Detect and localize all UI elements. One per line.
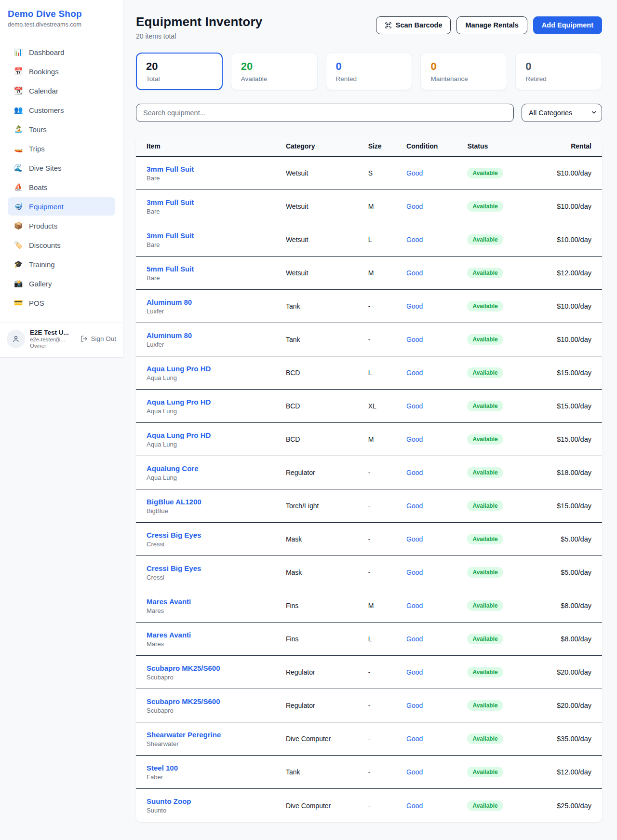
sidebar-item-dive-sites[interactable]: 🌊Dive Sites: [8, 159, 115, 177]
stat-label: Available: [241, 75, 308, 82]
condition-link[interactable]: Good: [406, 802, 423, 810]
condition-cell: Good: [406, 468, 467, 477]
sidebar-item-boats[interactable]: ⛵Boats: [8, 178, 115, 196]
item-name-link[interactable]: Aqua Lung Pro HD: [147, 431, 286, 439]
item-name-link[interactable]: Mares Avanti: [147, 597, 286, 606]
status-cell: Available: [467, 234, 532, 245]
item-brand: Bare: [147, 175, 286, 182]
item-cell: Mares AvantiMares: [147, 631, 286, 648]
condition-link[interactable]: Good: [406, 535, 423, 543]
stat-value: 0: [336, 60, 402, 73]
size-cell: -: [368, 302, 406, 310]
item-name-link[interactable]: 3mm Full Suit: [147, 231, 286, 240]
page-title: Equipment Inventory: [136, 14, 262, 29]
item-name-link[interactable]: Aluminum 80: [147, 331, 286, 339]
sidebar-item-customers[interactable]: 👥Customers: [8, 101, 115, 119]
condition-link[interactable]: Good: [406, 369, 423, 377]
sign-out-button[interactable]: Sign Out: [80, 335, 116, 342]
item-name-link[interactable]: Scubapro MK25/S600: [147, 664, 286, 672]
column-header-size: Size: [368, 142, 406, 150]
rental-cell: $10.00/day: [532, 169, 591, 177]
rental-cell: $10.00/day: [532, 236, 591, 244]
condition-cell: Good: [406, 568, 467, 577]
condition-link[interactable]: Good: [406, 735, 423, 743]
condition-link[interactable]: Good: [406, 502, 423, 510]
item-name-link[interactable]: 3mm Full Suit: [147, 198, 286, 206]
sidebar-item-trips[interactable]: 🚤Trips: [8, 139, 115, 158]
item-brand: Aqua Lung: [147, 474, 286, 481]
sidebar-item-pos[interactable]: 💳POS: [8, 294, 115, 312]
condition-link[interactable]: Good: [406, 269, 423, 277]
stat-card-total[interactable]: 20Total: [136, 53, 223, 90]
condition-link[interactable]: Good: [406, 469, 423, 476]
item-name-link[interactable]: Aluminum 80: [147, 298, 286, 306]
item-cell: 3mm Full SuitBare: [147, 198, 286, 215]
item-brand: BigBlue: [147, 507, 286, 515]
item-name-link[interactable]: Cressi Big Eyes: [147, 531, 286, 539]
status-cell: Available: [467, 567, 532, 578]
size-cell: -: [368, 668, 406, 676]
stat-card-retired[interactable]: 0Retired: [515, 53, 602, 90]
item-name-link[interactable]: Scubapro MK25/S600: [147, 697, 286, 705]
user-name: E2E Test U...: [30, 329, 76, 336]
condition-link[interactable]: Good: [406, 435, 423, 443]
item-name-link[interactable]: Aqua Lung Pro HD: [147, 365, 286, 373]
item-brand: Cressi: [147, 574, 286, 581]
add-equipment-button[interactable]: Add Equipment: [533, 16, 602, 34]
stat-card-maintenance[interactable]: 0Maintenance: [420, 53, 507, 90]
table-row: Aqua Lung Pro HDAqua LungBCDLGoodAvailab…: [136, 356, 602, 390]
sidebar-item-equipment[interactable]: 🤿Equipment: [8, 197, 115, 216]
condition-link[interactable]: Good: [406, 402, 423, 410]
condition-link[interactable]: Good: [406, 668, 423, 676]
item-brand: Faber: [147, 773, 286, 781]
condition-link[interactable]: Good: [406, 236, 423, 244]
item-name-link[interactable]: BigBlue AL1200: [147, 498, 286, 506]
condition-link[interactable]: Good: [406, 569, 423, 576]
condition-link[interactable]: Good: [406, 336, 423, 343]
sidebar-item-products[interactable]: 📦Products: [8, 217, 115, 235]
item-brand: Luxfer: [147, 341, 286, 348]
item-brand: Aqua Lung: [147, 441, 286, 448]
condition-link[interactable]: Good: [406, 602, 423, 610]
condition-link[interactable]: Good: [406, 203, 423, 210]
sidebar-item-discounts[interactable]: 🏷️Discounts: [8, 236, 115, 254]
sidebar-item-tours[interactable]: 🏝️Tours: [8, 120, 115, 138]
scan-barcode-button[interactable]: Scan Barcode: [376, 16, 451, 34]
condition-link[interactable]: Good: [406, 169, 423, 177]
condition-cell: Good: [406, 435, 467, 444]
sidebar-item-training[interactable]: 🎓Training: [8, 255, 115, 273]
search-input[interactable]: [136, 104, 514, 122]
item-name-link[interactable]: Aqualung Core: [147, 464, 286, 473]
status-badge: Available: [467, 168, 503, 178]
table-row: 3mm Full SuitBareWetsuitLGoodAvailable$1…: [136, 223, 602, 257]
condition-link[interactable]: Good: [406, 302, 423, 310]
stat-card-rented[interactable]: 0Rented: [326, 53, 413, 90]
rental-cell: $10.00/day: [532, 336, 591, 343]
manage-rentals-button[interactable]: Manage Rentals: [456, 16, 527, 34]
condition-cell: Good: [406, 535, 467, 543]
sidebar-item-calendar[interactable]: 📆Calendar: [8, 81, 115, 100]
item-name-link[interactable]: Aqua Lung Pro HD: [147, 398, 286, 406]
avatar: [7, 330, 25, 348]
item-name-link[interactable]: 3mm Full Suit: [147, 165, 286, 173]
item-brand: Luxfer: [147, 308, 286, 315]
condition-link[interactable]: Good: [406, 702, 423, 709]
item-brand: Mares: [147, 607, 286, 614]
header-actions: Scan Barcode Manage Rentals Add Equipmen…: [376, 16, 602, 34]
category-cell: Dive Computer: [286, 735, 368, 743]
sidebar-item-dashboard[interactable]: 📊Dashboard: [8, 43, 115, 61]
item-name-link[interactable]: Mares Avanti: [147, 631, 286, 639]
rental-cell: $10.00/day: [532, 302, 591, 310]
sidebar-item-bookings[interactable]: 📅Bookings: [8, 62, 115, 81]
item-name-link[interactable]: 5mm Full Suit: [147, 265, 286, 273]
condition-link[interactable]: Good: [406, 635, 423, 643]
category-select[interactable]: All Categories: [522, 104, 602, 122]
stat-card-available[interactable]: 20Available: [231, 53, 318, 90]
item-name-link[interactable]: Cressi Big Eyes: [147, 564, 286, 572]
item-name-link[interactable]: Suunto Zoop: [147, 797, 286, 805]
item-cell: Steel 100Faber: [147, 764, 286, 781]
condition-link[interactable]: Good: [406, 768, 423, 776]
item-name-link[interactable]: Shearwater Peregrine: [147, 731, 286, 739]
item-name-link[interactable]: Steel 100: [147, 764, 286, 772]
sidebar-item-gallery[interactable]: 📸Gallery: [8, 274, 115, 293]
